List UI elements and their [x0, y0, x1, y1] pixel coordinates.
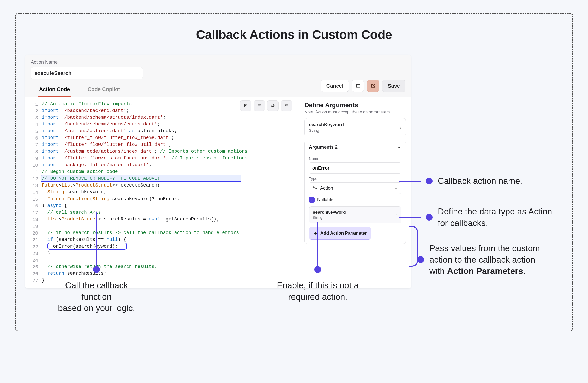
editor-tabs: Action Code Code Copilot — [31, 83, 143, 97]
arguments-heading: Define Arguments — [304, 101, 406, 109]
callout-name: Callback action name. — [399, 175, 523, 187]
argument1-type: String — [309, 128, 344, 133]
name-field-label: Name — [309, 156, 401, 161]
action-name-label: Action Name — [31, 59, 143, 65]
type-field-label: Type — [309, 176, 401, 181]
tab-code-copilot[interactable]: Code Copilot — [87, 83, 121, 97]
nullable-checkbox[interactable]: ✓ Nullable — [309, 197, 333, 203]
indent-tool[interactable] — [281, 100, 292, 111]
callout-call-function-text: Call the callback function based on your… — [52, 280, 141, 314]
indent-icon — [284, 103, 289, 108]
callout-name-text: Callback action name. — [438, 175, 523, 187]
callout-params-text: Pass values from the custom action to th… — [429, 243, 552, 277]
bug-icon — [270, 103, 275, 108]
editor-toolbar: Action Name Action Code Code Copilot Can… — [25, 55, 411, 97]
brace-icon — [409, 226, 418, 267]
nested-param-type: String — [313, 216, 346, 220]
callout-nullable: Enable, if this is not a required action… — [273, 222, 362, 302]
format-icon-button[interactable] — [352, 80, 364, 92]
arguments-note: Note: Action must accept these as parame… — [304, 110, 406, 115]
callout-type-text: Define the data type as Action for callb… — [438, 206, 560, 229]
align-tool[interactable] — [254, 100, 265, 111]
argument2-header[interactable]: Arguments 2 — [305, 141, 406, 154]
nullable-label: Nullable — [317, 197, 333, 202]
action-type-icon — [312, 185, 317, 191]
chevron-right-icon: › — [400, 125, 401, 130]
open-external-button[interactable] — [367, 80, 379, 92]
callout-params: Pass values from the custom action to th… — [417, 243, 552, 277]
code-gutter: 1234567891011121314151617181920212223242… — [25, 100, 42, 284]
tab-action-code[interactable]: Action Code — [38, 83, 71, 97]
callout-call-function: Call the callback function based on your… — [52, 212, 141, 314]
argument-type-value: Action — [320, 185, 333, 191]
save-button[interactable]: Save — [382, 80, 405, 92]
nested-action-parameter[interactable]: searchKeyword String › — [309, 206, 401, 223]
callout-type: Define the data type as Action for callb… — [399, 206, 560, 229]
argument1-name: searchKeyword — [309, 122, 344, 128]
argument2-title: Arguments 2 — [309, 145, 338, 150]
page-title: Callback Actions in Custom Code — [0, 27, 588, 42]
nested-param-name: searchKeyword — [313, 210, 346, 215]
align-icon — [257, 103, 262, 108]
check-icon: ✓ — [309, 197, 315, 203]
open-external-icon — [370, 83, 376, 88]
debug-tool[interactable] — [267, 100, 279, 111]
chevron-down-icon — [394, 186, 398, 190]
cancel-button[interactable]: Cancel — [321, 80, 349, 92]
chevron-down-icon — [397, 145, 401, 150]
callout-nullable-text: Enable, if this is not a required action… — [277, 280, 359, 302]
format-icon — [355, 83, 361, 89]
argument-type-select[interactable]: Action — [309, 182, 401, 194]
action-name-input[interactable] — [31, 67, 143, 79]
argument-name-input[interactable] — [309, 162, 401, 174]
argument-card-searchkeyword[interactable]: searchKeyword String › — [304, 118, 406, 136]
chevron-right-icon: › — [396, 212, 398, 218]
